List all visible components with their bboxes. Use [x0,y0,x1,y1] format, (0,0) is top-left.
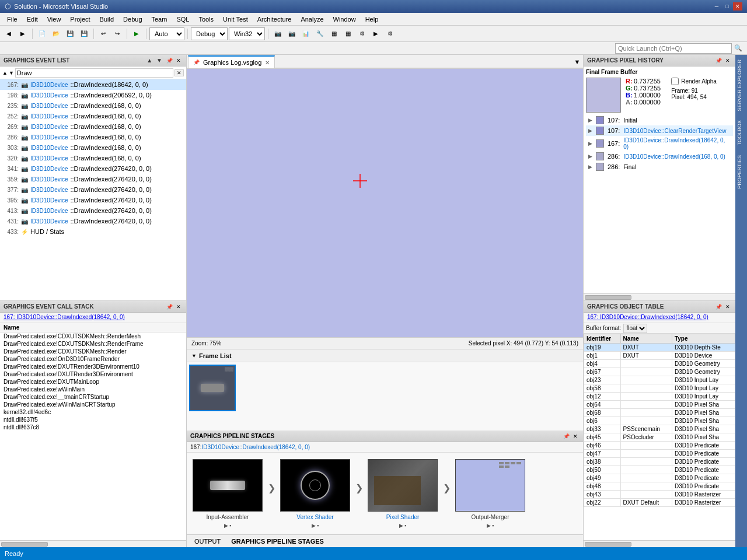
btab-output[interactable]: OUTPUT [189,536,226,547]
event-list-pin-btn[interactable]: 📌 [165,57,173,65]
table-row-obj45[interactable]: obj45PSOccluderD3D10 Pixel Sha [584,433,735,442]
toolbar-btn-2[interactable]: 📷 [285,27,298,40]
history-item-1[interactable]: ▶ 107: ID3D10Device::ClearRenderTargetVi… [586,125,733,136]
viewport-canvas[interactable] [187,69,583,337]
table-row-obj48[interactable]: obj48D3D10 Predicate [584,482,735,491]
table-row-obj64[interactable]: obj64D3D10 Pixel Sha [584,401,735,409]
call-stack-item-5[interactable]: DrawPredicated.exe!DXUTRender3DEnvironme… [0,370,186,378]
vs-stop-btn[interactable]: ▪ [317,523,319,528]
call-stack-item-7[interactable]: DrawPredicated.exe!wWinMain [0,386,186,393]
table-row-obj19[interactable]: obj19DXUTD3D10 Depth-Ste [584,344,735,352]
call-stack-item-12[interactable]: ntdll.dll!637c8 [0,424,186,431]
mode-dropdown[interactable]: Debug [191,27,228,40]
render-alpha-checkbox[interactable] [671,78,679,85]
menu-unit-test[interactable]: Unit Test [218,15,253,24]
call-stack-item-4[interactable]: DrawPredicated.exe!DXUTRender3DEnvironme… [0,363,186,370]
undo-button[interactable]: ↩ [97,27,110,40]
history-expand-0[interactable]: ▶ [588,117,592,123]
call-stack-scrollbar-h[interactable] [0,540,186,547]
toolbar-btn-4[interactable]: 🔧 [313,27,326,40]
table-row-obj1[interactable]: obj1DXUTD3D10 Device [584,352,735,360]
table-row-obj47[interactable]: obj47D3D10 Predicate [584,450,735,458]
call-stack-item-8[interactable]: DrawPredicated.exe!__tmainCRTStartup [0,393,186,401]
object-table-pin-btn[interactable]: 📌 [714,303,722,311]
server-explorer-label[interactable]: SERVER EXPLORER [735,55,747,116]
event-list-up-btn[interactable]: ▲ [145,57,154,64]
history-item-0[interactable]: ▶ 107: Initial [586,115,733,125]
toolbar-btn-3[interactable]: 📊 [299,27,312,40]
toolbar-btn-5[interactable]: ▦ [327,27,340,40]
event-link-198[interactable]: ID3D10Device [30,92,68,99]
platform-dropdown[interactable]: Win32 [229,27,265,40]
event-item-413[interactable]: 413: 📷 ID3D10Device ::DrawIndexed(276420… [0,205,186,216]
event-item-433[interactable]: 433: ⚡ HUD / Stats [0,226,186,237]
config-dropdown[interactable]: Auto [149,27,184,40]
stage-om-box[interactable] [455,459,525,512]
table-row-obj68[interactable]: obj68D3D10 Pixel Sha [584,409,735,417]
menu-help[interactable]: Help [361,15,383,24]
toolbox-label[interactable]: TOOLBOX [735,116,747,150]
tab-menu-btn[interactable]: ▼ [571,55,583,68]
col-name[interactable]: Name [620,334,672,344]
call-stack-item-1[interactable]: DrawPredicated.exe!CDXUTSDKMesh::RenderF… [0,340,186,348]
event-item-252[interactable]: 252: 📷 ID3D10Device ::DrawIndexed(168, 0… [0,111,186,121]
call-stack-pin-btn[interactable]: 📌 [165,303,173,311]
history-item-2[interactable]: ▶ 167: ID3D10Device::DrawIndexed(18642, … [586,136,733,151]
toolbar-btn-1[interactable]: 📷 [271,27,284,40]
table-row-obj46[interactable]: obj46D3D10 Predicate [584,442,735,450]
event-item-303[interactable]: 303: 📷 ID3D10Device ::DrawIndexed(168, 0… [0,142,186,153]
frame-list-expand-btn[interactable]: ▼ [191,353,197,359]
table-row-obj22[interactable]: obj22DXUT DefaultD3D10 Rasterizer [584,499,735,507]
menu-edit[interactable]: Edit [22,15,43,24]
table-row-obj6[interactable]: obj6D3D10 Pixel Sha [584,417,735,425]
ps-stop-btn[interactable]: ▪ [404,523,406,528]
pixel-history-scrollbar-h[interactable] [584,293,735,300]
save-button[interactable]: 💾 [64,27,76,40]
quick-launch-input[interactable] [615,43,732,54]
menu-project[interactable]: Project [65,15,95,24]
history-link-3[interactable]: ID3D10Device::DrawIndexed(168, 0, 0) [623,153,725,160]
call-stack-scrollbar-thumb[interactable] [1,542,48,547]
event-item-286[interactable]: 286: 📷 ID3D10Device ::DrawIndexed(168, 0… [0,132,186,142]
event-link-431[interactable]: ID3D10Device [30,218,68,225]
table-row-obj67[interactable]: obj67D3D10 Geometry [584,368,735,376]
event-link-286[interactable]: ID3D10Device [30,134,68,141]
event-item-269[interactable]: 269: 📷 ID3D10Device ::DrawIndexed(168, 0… [0,121,186,132]
pixel-history-scrollbar-thumb[interactable] [585,295,631,300]
event-link-359[interactable]: ID3D10Device [30,176,68,183]
menu-tools[interactable]: Tools [194,15,218,24]
ia-stop-btn[interactable]: ▪ [229,523,231,528]
close-button[interactable]: ✕ [733,2,742,10]
event-list-close-btn[interactable]: ✕ [174,57,183,65]
event-link-167[interactable]: ID3D10Device [30,82,68,88]
call-stack-close-btn[interactable]: ✕ [174,303,183,311]
event-link-413[interactable]: ID3D10Device [30,208,68,214]
event-link-395[interactable]: ID3D10Device [30,197,68,204]
table-row-obj12[interactable]: obj12D3D10 Input Lay [584,393,735,401]
event-item-377[interactable]: 377: 📷 ID3D10Device ::DrawIndexed(276420… [0,184,186,195]
object-table-close-btn[interactable]: ✕ [724,303,732,311]
pipeline-close-btn[interactable]: ✕ [571,432,580,440]
event-item-359[interactable]: 359: 📷 ID3D10Device ::DrawIndexed(276420… [0,174,186,184]
object-table-scrollbar-thumb[interactable] [585,542,631,547]
stage-ia-box[interactable] [193,459,263,512]
history-link-2[interactable]: ID3D10Device::DrawIndexed(18642, 0, 0) [623,137,731,150]
save-all-button[interactable]: 💾 [78,27,90,40]
forward-button[interactable]: ▶ [16,27,29,40]
frame-thumb-0[interactable]: ▒▒▒ [189,365,236,411]
call-stack-event-link[interactable]: 167: ID3D10Device::DrawIndexed(18642, 0,… [0,313,186,323]
ps-play-btn[interactable]: ▶ [399,523,403,528]
table-row-obj50[interactable]: obj50D3D10 Predicate [584,466,735,474]
event-list-down-btn[interactable]: ▼ [155,57,164,64]
buffer-format-select[interactable]: float [623,324,647,333]
history-expand-2[interactable]: ▶ [588,141,592,146]
minimize-button[interactable]: ─ [712,2,721,10]
tab-graphics-log[interactable]: 📌 Graphics Log.vsglog ✕ [188,55,275,68]
ia-play-btn[interactable]: ▶ [224,523,228,528]
event-item-341[interactable]: 341: 📷 ID3D10Device ::DrawIndexed(276420… [0,163,186,174]
table-row-obj43[interactable]: obj43D3D10 Rasterizer [584,491,735,499]
history-item-4[interactable]: ▶ 286: Final [586,162,733,172]
call-stack-item-9[interactable]: DrawPredicated.exe!wWinMainCRTStartup [0,401,186,408]
toolbar-btn-9[interactable]: ⚙ [383,27,396,40]
table-row-obj58[interactable]: obj58D3D10 Input Lay [584,384,735,393]
